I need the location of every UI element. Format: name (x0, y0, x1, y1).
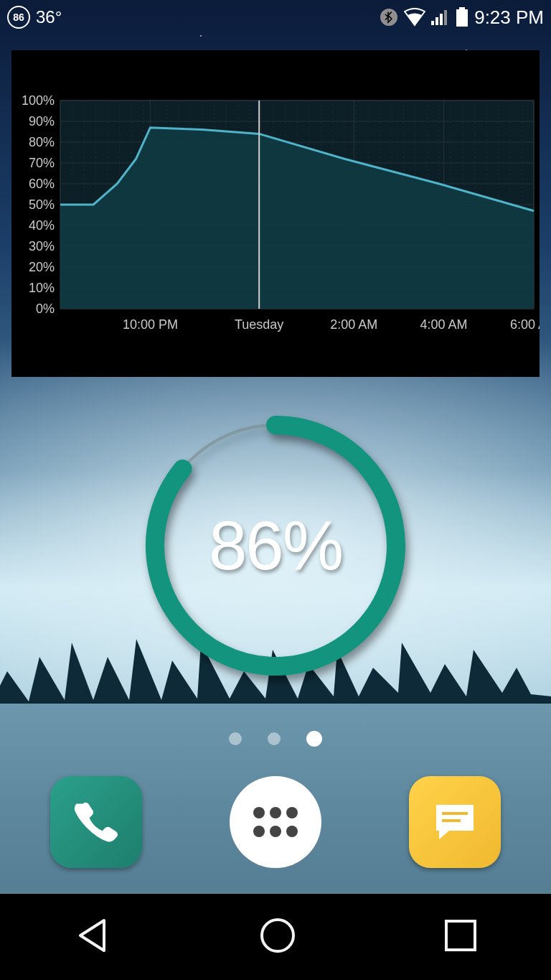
svg-text:30%: 30% (29, 239, 55, 253)
page-dot[interactable] (268, 732, 281, 745)
svg-rect-4 (444, 10, 447, 25)
svg-text:70%: 70% (29, 156, 55, 170)
signal-icon (431, 8, 450, 27)
svg-point-82 (270, 807, 281, 818)
svg-point-89 (262, 920, 293, 951)
svg-rect-5 (459, 7, 465, 9)
battery-badge-value: 86 (13, 11, 24, 23)
page-indicator[interactable] (0, 732, 551, 747)
svg-text:2:00 AM: 2:00 AM (330, 317, 377, 332)
svg-text:80%: 80% (29, 135, 55, 149)
clock: 9:23 PM (474, 6, 544, 29)
svg-text:40%: 40% (29, 218, 55, 233)
svg-text:100%: 100% (22, 93, 55, 108)
back-icon (72, 915, 113, 956)
battery-badge-icon: 86 (7, 6, 30, 29)
svg-point-83 (286, 807, 298, 818)
dock (0, 761, 551, 883)
nav-recents-button[interactable] (442, 917, 479, 957)
svg-rect-90 (446, 921, 475, 950)
nav-back-button[interactable] (72, 915, 113, 959)
grid-icon (250, 804, 301, 840)
phone-icon (72, 798, 120, 846)
svg-text:4:00 AM: 4:00 AM (420, 317, 468, 332)
battery-ring-widget[interactable]: 86% (132, 402, 419, 689)
messaging-app[interactable] (409, 776, 501, 868)
svg-text:60%: 60% (29, 177, 55, 191)
svg-rect-3 (440, 14, 443, 25)
svg-text:0%: 0% (36, 302, 55, 316)
svg-text:10%: 10% (29, 281, 55, 295)
svg-text:10:00 PM: 10:00 PM (123, 317, 178, 332)
svg-rect-88 (442, 819, 461, 822)
svg-rect-2 (435, 17, 438, 25)
phone-app[interactable] (50, 776, 142, 868)
svg-rect-6 (456, 9, 468, 27)
battery-ring-label: 86% (132, 402, 419, 689)
home-icon (257, 915, 298, 956)
page-dot[interactable] (229, 732, 242, 745)
svg-point-86 (286, 826, 298, 837)
svg-text:Tuesday: Tuesday (235, 317, 283, 332)
svg-point-81 (253, 807, 265, 818)
app-drawer-button[interactable] (230, 776, 321, 868)
svg-text:6:00 AM: 6:00 AM (510, 317, 540, 332)
status-bar[interactable]: 86 36° 9:23 PM (0, 0, 551, 34)
wifi-icon (404, 8, 425, 27)
svg-point-84 (253, 826, 265, 837)
recents-icon (442, 917, 479, 954)
navigation-bar (0, 894, 551, 980)
battery-chart-widget[interactable]: 100%90%80%70%60%50%40%30%20%10%0%10:00 P… (11, 50, 540, 377)
svg-text:20%: 20% (29, 260, 55, 274)
chat-icon (429, 796, 481, 848)
svg-text:90%: 90% (29, 114, 55, 129)
bluetooth-icon (380, 8, 398, 27)
svg-point-85 (270, 826, 281, 837)
svg-rect-87 (442, 812, 468, 815)
temperature: 36° (36, 7, 62, 27)
svg-point-0 (380, 9, 397, 26)
svg-rect-1 (431, 21, 434, 25)
page-dot[interactable] (306, 731, 322, 747)
svg-text:50%: 50% (29, 197, 55, 212)
nav-home-button[interactable] (257, 915, 298, 959)
battery-icon (456, 7, 468, 27)
